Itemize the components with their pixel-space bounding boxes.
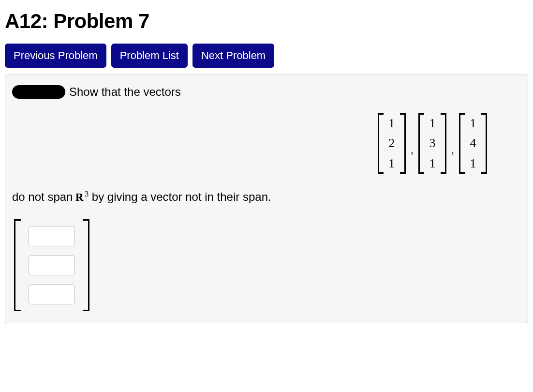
answer-input-1[interactable] [29, 226, 75, 246]
vector-entry: 2 [387, 134, 396, 152]
line2-pre: do not span [12, 190, 76, 203]
next-problem-button[interactable]: Next Problem [192, 44, 274, 68]
vector-3: 1 4 1 [459, 113, 487, 174]
line2-post: by giving a vector not in their span. [89, 190, 271, 203]
page-title: A12: Problem 7 [5, 10, 528, 33]
real-space-exponent: 3 [85, 190, 89, 198]
vector-entry: 4 [469, 134, 477, 152]
vector-entry: 3 [428, 134, 437, 152]
separator: , [411, 142, 414, 158]
instruction-line: do not span R3 by giving a vector not in… [12, 188, 521, 206]
vector-1: 1 2 1 [378, 113, 406, 174]
vector-entry: 1 [387, 154, 396, 173]
answer-input-3[interactable] [29, 284, 75, 304]
vectors-row: 1 2 1 , 1 3 1 , 1 [12, 113, 521, 174]
intro-text: Show that the vectors [69, 84, 181, 101]
problem-body: Show that the vectors 1 2 1 , 1 3 1 [5, 75, 528, 323]
answer-vector [14, 219, 521, 311]
vector-entry: 1 [469, 114, 477, 133]
previous-problem-button[interactable]: Previous Problem [5, 44, 106, 68]
separator: , [451, 142, 454, 158]
real-space-symbol: R [76, 189, 84, 206]
vector-entry: 1 [428, 154, 437, 173]
redacted-label [12, 85, 65, 99]
vector-entry: 1 [469, 154, 477, 173]
vector-2: 1 3 1 [418, 113, 446, 174]
vector-entry: 1 [428, 114, 437, 133]
nav-row: Previous Problem Problem List Next Probl… [5, 44, 528, 68]
problem-list-button[interactable]: Problem List [111, 44, 188, 68]
answer-input-2[interactable] [29, 255, 75, 275]
vector-entry: 1 [387, 114, 396, 133]
